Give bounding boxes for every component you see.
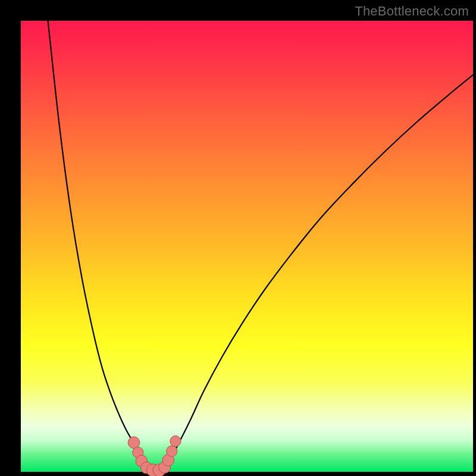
bottleneck-curve-chart bbox=[0, 0, 476, 476]
data-marker bbox=[167, 446, 177, 456]
data-marker bbox=[128, 437, 140, 449]
chart-frame: TheBottleneck.com bbox=[0, 0, 476, 476]
data-marker bbox=[170, 436, 181, 446]
gradient-background bbox=[21, 21, 473, 472]
watermark-text: TheBottleneck.com bbox=[355, 4, 469, 19]
